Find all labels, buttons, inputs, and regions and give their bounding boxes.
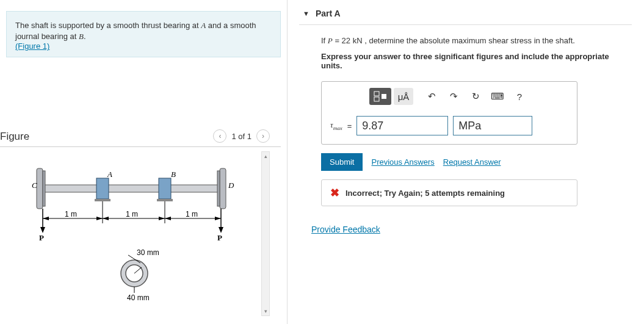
figure-pager: 1 of 1 — [231, 132, 251, 141]
point-b: B — [79, 32, 84, 41]
svg-rect-6 — [159, 178, 171, 199]
svg-marker-21 — [159, 217, 165, 220]
reset-button[interactable]: ↻ — [466, 88, 485, 105]
scroll-down-icon[interactable]: ▾ — [262, 307, 269, 315]
templates-button[interactable] — [369, 88, 391, 105]
svg-rect-4 — [217, 171, 220, 206]
dim-3: 1 m — [186, 210, 198, 218]
units-button[interactable]: μÅ — [394, 88, 413, 105]
label-p1: P — [39, 233, 44, 242]
question-instruction: Express your answer to three significant… — [321, 52, 632, 70]
label-c: C — [32, 181, 37, 190]
svg-rect-29 — [374, 92, 379, 96]
dim-ro: 40 mm — [127, 293, 150, 302]
question-text: If P = 22 kN , determine the absolute ma… — [321, 36, 632, 46]
problem-statement: The shaft is supported by a smooth thrus… — [6, 11, 281, 57]
redo-button[interactable]: ↷ — [444, 88, 463, 105]
svg-marker-10 — [40, 227, 45, 233]
problem-text: The shaft is supported by a smooth thrus… — [15, 21, 201, 30]
svg-rect-1 — [37, 168, 43, 209]
figure-scrollbar[interactable]: ▴ ▾ — [261, 151, 270, 316]
svg-marker-19 — [96, 217, 103, 220]
undo-button[interactable]: ↶ — [422, 88, 441, 105]
submit-button[interactable]: Submit — [321, 153, 363, 171]
keyboard-button[interactable]: ⌨ — [488, 88, 507, 105]
request-answer-link[interactable]: Request Answer — [443, 157, 501, 167]
svg-rect-8 — [157, 199, 173, 201]
scroll-up-icon[interactable]: ▴ — [262, 152, 269, 160]
point-a: A — [201, 21, 206, 30]
dim-2: 1 m — [126, 210, 138, 218]
svg-marker-12 — [219, 227, 223, 233]
label-a: A — [107, 170, 112, 179]
svg-rect-30 — [374, 97, 379, 101]
figure-diagram: C A B D P P 1 m 1 m 1 m 30 mm 40 mm — [6, 151, 269, 316]
svg-rect-3 — [220, 168, 226, 209]
svg-rect-0 — [40, 185, 223, 192]
figure-link[interactable]: (Figure 1) — [15, 41, 49, 51]
label-b: B — [171, 170, 176, 179]
problem-text: . — [84, 32, 86, 41]
answer-unit-input[interactable] — [453, 116, 532, 135]
label-p2: P — [217, 233, 222, 242]
collapse-icon: ▼ — [303, 10, 309, 17]
answer-toolbar: μÅ ↶ ↷ ↻ ⌨ ? — [322, 82, 577, 111]
svg-marker-23 — [215, 217, 221, 220]
svg-rect-5 — [96, 178, 109, 199]
previous-answers-link[interactable]: Previous Answers — [371, 157, 434, 167]
label-d: D — [228, 181, 234, 190]
svg-rect-2 — [43, 171, 45, 206]
figure-header: Figure ‹ 1 of 1 › — [0, 131, 281, 147]
part-header[interactable]: ▼ Part A — [299, 0, 632, 25]
answer-value-input[interactable] — [356, 116, 448, 135]
svg-rect-7 — [95, 199, 110, 201]
incorrect-icon: ✖ — [330, 186, 339, 200]
dim-1: 1 m — [65, 210, 77, 218]
svg-rect-31 — [382, 94, 386, 99]
feedback-message: ✖ Incorrect; Try Again; 5 attempts remai… — [321, 179, 577, 206]
answer-panel: μÅ ↶ ↷ ↻ ⌨ ? τmax = — [321, 81, 577, 145]
figure-next-button[interactable]: › — [256, 129, 270, 143]
svg-marker-18 — [43, 217, 49, 220]
part-title: Part A — [316, 9, 341, 18]
svg-marker-20 — [103, 217, 109, 220]
equals-sign: = — [347, 121, 352, 131]
figure-prev-button[interactable]: ‹ — [213, 129, 226, 143]
feedback-text: Incorrect; Try Again; 5 attempts remaini… — [346, 189, 505, 198]
help-button[interactable]: ? — [510, 88, 529, 105]
svg-marker-22 — [165, 217, 171, 220]
figure-title: Figure — [0, 131, 29, 142]
answer-symbol: τmax — [330, 120, 342, 131]
dim-ri: 30 mm — [137, 248, 159, 257]
provide-feedback-link[interactable]: Provide Feedback — [311, 225, 380, 234]
